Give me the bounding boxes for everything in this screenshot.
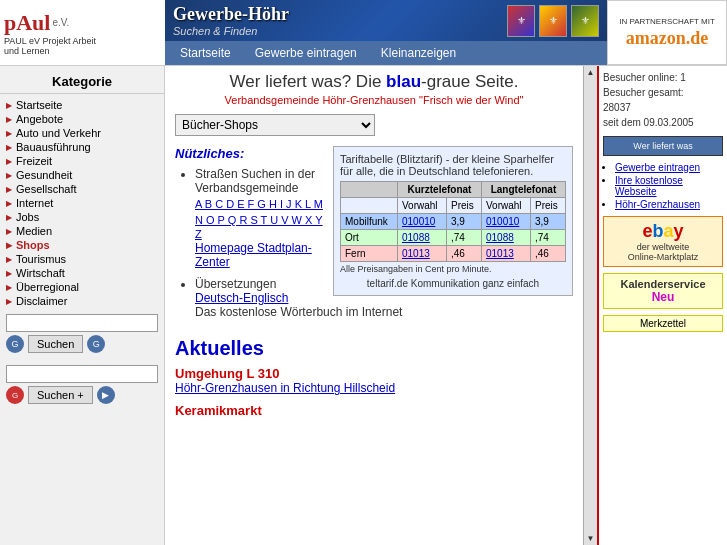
sidebar: Kategorie ▶ Startseite ▶ Angebote ▶ Auto…	[0, 66, 165, 545]
teletarif: teltarif.de Kommunikation ganz einfach	[340, 278, 566, 289]
sidebar-title: Kategorie	[0, 70, 164, 94]
sidebar-item-gesellschaft[interactable]: ▶ Gesellschaft	[0, 182, 164, 196]
tariff-v2-ort[interactable]: 01088	[481, 230, 530, 246]
banner-subtitle: Suchen & Finden	[173, 25, 289, 37]
sidebar-item-jobs[interactable]: ▶ Jobs	[0, 210, 164, 224]
tariff-v2-fern[interactable]: 01013	[481, 246, 530, 262]
sidebar-item-disclaimer[interactable]: ▶ Disclaimer	[0, 294, 164, 308]
tariff-label-ort: Ort	[341, 230, 398, 246]
gewerbe-link-1[interactable]: Gewerbe eintragen	[615, 162, 723, 173]
visitor-total-label: Besucher gesamt:	[603, 85, 723, 100]
sidebar-item-gesundheit[interactable]: ▶ Gesundheit	[0, 168, 164, 182]
right-sidebar: Besucher online: 1 Besucher gesamt: 2803…	[597, 66, 727, 545]
deutsch-englisch-link[interactable]: Deutsch-Englisch	[195, 291, 288, 305]
header: pAul e.V. PAUL eV Projekt Arbeit und Ler…	[0, 0, 727, 66]
sidebar-item-freizeit[interactable]: ▶ Freizeit	[0, 154, 164, 168]
search-button-2[interactable]: Suchen +	[28, 386, 93, 404]
ebay-line2: Online-Marktplatz	[608, 252, 718, 262]
logo-paul: pAul	[4, 10, 50, 36]
sidebar-label: Gesellschaft	[16, 183, 77, 195]
sidebar-label: Überregional	[16, 281, 79, 293]
sidebar-arrow: ▶	[6, 297, 12, 306]
nav-gewerbe[interactable]: Gewerbe eintragen	[244, 43, 368, 63]
umgehung-link[interactable]: Höhr-Grenzhausen in Richtung Hillscheid	[175, 381, 395, 395]
amazon-logo[interactable]: amazon.de	[626, 28, 709, 49]
kalender-box[interactable]: Kalenderservice Neu	[603, 273, 723, 309]
sidebar-label: Bauausführung	[16, 141, 91, 153]
coat-of-arms-1: ⚜	[507, 5, 535, 37]
sidebar-arrow: ▶	[6, 171, 12, 180]
visitor-info: Besucher online: 1 Besucher gesamt: 2803…	[603, 70, 723, 130]
stadtplan-link[interactable]: Homepage Stadtplan-Zenter	[195, 241, 312, 269]
header-banner-area: Gewerbe-Höhr Suchen & Finden ⚜ ⚜ ⚜ Start…	[165, 0, 607, 65]
scroll-down-arrow[interactable]: ▼	[585, 532, 597, 545]
sidebar-label: Wirtschaft	[16, 267, 65, 279]
sidebar-item-wirtschaft[interactable]: ▶ Wirtschaft	[0, 266, 164, 280]
banner-icons: ⚜ ⚜ ⚜	[507, 5, 599, 37]
sidebar-item-angebote[interactable]: ▶ Angebote	[0, 112, 164, 126]
sidebar-item-startseite[interactable]: ▶ Startseite	[0, 98, 164, 112]
sidebar-search2: G Suchen + ▶	[0, 359, 164, 410]
ebay-line1: der weltweite	[608, 242, 718, 252]
search-input-1[interactable]	[6, 314, 158, 332]
woerterbuch-text: Das kostenlose Wörterbuch im Internet	[195, 305, 402, 319]
tariff-v1-ort[interactable]: 01088	[397, 230, 446, 246]
tariff-table: Kurztelefonat Langtelefonat Vorwahl Prei…	[340, 181, 566, 262]
merkzettel[interactable]: Merkzettel	[603, 315, 723, 332]
sidebar-item-internet[interactable]: ▶ Internet	[0, 196, 164, 210]
tariff-col-vorwahl2: Vorwahl	[481, 198, 530, 214]
tariff-v2-mobil[interactable]: 010010	[481, 214, 530, 230]
search-button-1[interactable]: Suchen	[28, 335, 83, 353]
search-input-2[interactable]	[6, 365, 158, 383]
sidebar-item-shops[interactable]: ▶ Shops	[0, 238, 164, 252]
visitor-online: Besucher online: 1	[603, 70, 723, 85]
alphabet-row1[interactable]: A B C D E F G H I J K L M	[195, 198, 323, 210]
aktuelles-title: Aktuelles	[175, 337, 573, 360]
tariff-p1-mobil: 3,9	[447, 214, 482, 230]
nav-kleinanzeigen[interactable]: Kleinanzeigen	[370, 43, 467, 63]
sidebar-label: Internet	[16, 197, 53, 209]
gewerbe-logo: Wer liefert was	[603, 136, 723, 156]
tariff-v1-mobil[interactable]: 010010	[397, 214, 446, 230]
sidebar-arrow: ▶	[6, 255, 12, 264]
category-dropdown[interactable]: Bücher-Shops	[175, 114, 375, 136]
dropdown-row: Bücher-Shops	[175, 114, 573, 136]
gewerbe-link-2[interactable]: Ihre kostenlose Webseite	[615, 175, 723, 197]
sidebar-item-ueberregional[interactable]: ▶ Überregional	[0, 280, 164, 294]
center-scrollbar[interactable]: ▲ ▼	[583, 66, 597, 545]
sidebar-label: Shops	[16, 239, 50, 251]
banner-title: Gewerbe-Höhr	[173, 4, 289, 25]
sidebar-item-auto[interactable]: ▶ Auto und Verkehr	[0, 126, 164, 140]
center-scroll: Wer liefert was? Die blau-graue Seite. V…	[165, 66, 597, 545]
sidebar-arrow: ▶	[6, 157, 12, 166]
sidebar-arrow: ▶	[6, 185, 12, 194]
sidebar-arrow: ▶	[6, 199, 12, 208]
tariff-th-lang: Langtelefonat	[481, 182, 565, 198]
gewerbe-link-3[interactable]: Höhr-Grenzhausen	[615, 199, 723, 210]
tariff-col-preis1: Preis	[447, 198, 482, 214]
sidebar-arrow: ▶	[6, 269, 12, 278]
gewerbe-links: Gewerbe eintragen Ihre kostenlose Websei…	[603, 162, 723, 210]
nav-bar: Startseite Gewerbe eintragen Kleinanzeig…	[165, 41, 607, 65]
sidebar-arrow: ▶	[6, 213, 12, 222]
tariff-v1-fern[interactable]: 01013	[397, 246, 446, 262]
content-title: Wer liefert was? Die blau-graue Seite.	[230, 72, 519, 91]
main-area: Kategorie ▶ Startseite ▶ Angebote ▶ Auto…	[0, 66, 727, 545]
search-icon-right2: ▶	[97, 386, 115, 404]
sidebar-item-bau[interactable]: ▶ Bauausführung	[0, 140, 164, 154]
sidebar-label: Tourismus	[16, 253, 66, 265]
info-box-title: Tariftabelle (Blitztarif) - der kleine S…	[340, 153, 566, 177]
scroll-up-arrow[interactable]: ▲	[585, 66, 597, 79]
tariff-th-label	[341, 182, 398, 198]
nav-startseite[interactable]: Startseite	[169, 43, 242, 63]
sidebar-label: Freizeit	[16, 155, 52, 167]
alphabet-row2[interactable]: N O P Q R S T U V W X Y Z	[195, 214, 323, 240]
search-icon-right: G	[87, 335, 105, 353]
sidebar-item-tourismus[interactable]: ▶ Tourismus	[0, 252, 164, 266]
sidebar-item-medien[interactable]: ▶ Medien	[0, 224, 164, 238]
tariff-p2-ort: ,74	[531, 230, 566, 246]
logo-subtitle1: PAUL eV Projekt Arbeit	[4, 36, 96, 46]
content-subtitle: Verbandsgemeinde Höhr-Grenzhausen "Frisc…	[175, 94, 573, 106]
keramik-title: Keramikmarkt	[175, 403, 573, 418]
ebay-box[interactable]: ebay der weltweite Online-Marktplatz	[603, 216, 723, 267]
